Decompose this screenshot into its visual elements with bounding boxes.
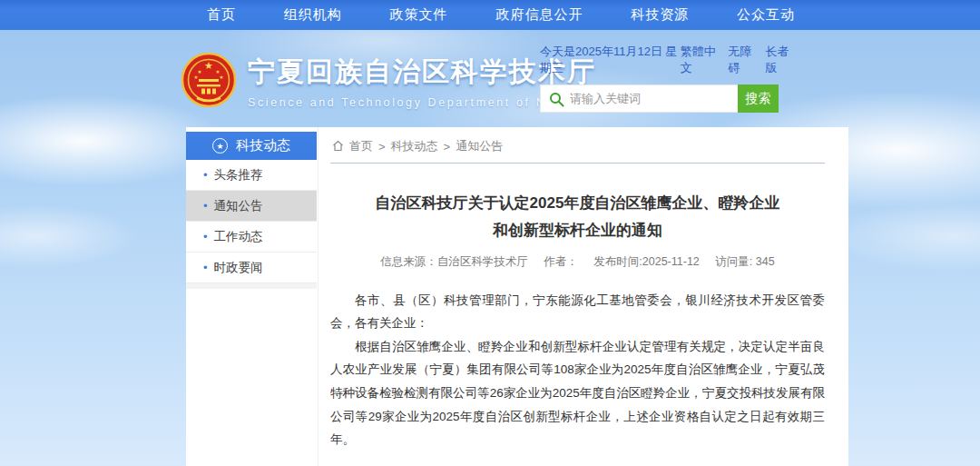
national-emblem-logo: ★ ★ ★ ★ ★ [179,51,239,111]
breadcrumb: 首页 > 科技动态 > 通知公告 [330,135,825,164]
sidebar-header: ★ 科技动态 [186,132,317,160]
article-title: 自治区科技厅关于认定2025年度自治区雏鹰企业、瞪羚企业 和创新型标杆企业的通知 [330,190,825,244]
site-brand: ★ ★ ★ ★ ★ 宁夏回族自治区科学技术厅 Science and Techn… [179,51,596,111]
search-bar: 搜索 [540,84,796,113]
svg-text:★: ★ [204,60,213,71]
sidebar-item-label: 工作动态 [214,229,263,245]
svg-text:★: ★ [194,74,199,80]
sidebar-item-headlines[interactable]: • 头条推荐 [186,160,317,191]
breadcrumb-separator: > [378,140,386,154]
breadcrumb-separator: > [444,140,451,154]
bullet-icon: • [203,261,208,274]
article-title-line2: 和创新型标杆企业的通知 [330,217,825,244]
article-title-line1: 自治区科技厅关于认定2025年度自治区雏鹰企业、瞪羚企业 [330,190,825,217]
nav-item-resources[interactable]: 科技资源 [631,6,689,24]
today-date-text: 今天是2025年11月12日 星期三 [540,44,681,76]
search-button[interactable]: 搜索 [738,84,779,113]
home-icon [332,140,344,152]
breadcrumb-home[interactable]: 首页 [349,138,373,154]
sidebar-item-notices[interactable]: • 通知公告 [186,191,317,222]
nav-item-home[interactable]: 首页 [207,6,236,24]
link-traditional-chinese[interactable]: 繁體中文 [681,44,721,76]
nav-item-policy[interactable]: 政策文件 [390,6,448,24]
sidebar-item-politics-news[interactable]: • 时政要闻 [186,253,317,283]
sidebar-item-label: 通知公告 [214,198,263,214]
article-paragraph: 各市、县（区）科技管理部门，宁东能源化工基地管委会，银川经济技术开发区管委会，各… [330,289,825,335]
nav-item-gov-info[interactable]: 政府信息公开 [495,6,583,24]
article-paragraph: 根据自治区雏鹰企业、瞪羚企业和创新型标杆企业认定管理有关规定，决定认定半亩良人农… [330,335,825,451]
article-meta: 信息来源：自治区科学技术厅 作者： 发布时间:2025-11-12 访问量: 3… [330,254,825,270]
link-accessibility[interactable]: 无障碍 [728,44,758,76]
page: 首页 组织机构 政策文件 政府信息公开 科技资源 公众互动 ★ ★ ★ ★ ★ … [0,0,980,466]
bullet-icon: • [203,230,208,243]
top-nav-items: 首页 组织机构 政策文件 政府信息公开 科技资源 公众互动 [207,0,795,30]
search-icon [549,92,564,107]
meta-visit-count: 访问量: 345 [715,255,774,268]
main-content: 首页 > 科技动态 > 通知公告 自治区科技厅关于认定2025年度自治区雏鹰企业… [318,127,848,466]
sidebar-item-work-trends[interactable]: • 工作动态 [186,222,317,253]
header-right: 今天是2025年11月12日 星期三 繁體中文 无障碍 长者版 搜索 [540,44,796,113]
top-navbar: 首页 组织机构 政策文件 政府信息公开 科技资源 公众互动 [0,0,980,30]
sidebar-title: 科技动态 [236,137,290,154]
star-circle-icon: ★ [212,138,228,154]
search-input[interactable] [570,85,733,112]
bullet-icon: • [203,199,208,213]
nav-item-org[interactable]: 组织机构 [284,6,342,24]
breadcrumb-current[interactable]: 通知公告 [456,138,503,154]
meta-author: 作者： [544,255,578,268]
sidebar-item-label: 头条推荐 [214,167,263,183]
content-card: ★ 科技动态 • 头条推荐 • 通知公告 • 工作动态 • 时政要闻 [186,127,848,466]
meta-publish-date: 发布时间:2025-11-12 [593,255,700,268]
link-elder-version[interactable]: 长者版 [766,44,796,76]
sidebar-menu: • 头条推荐 • 通知公告 • 工作动态 • 时政要闻 [186,160,317,289]
nav-item-interaction[interactable]: 公众互动 [737,6,795,24]
article-body: 各市、县（区）科技管理部门，宁东能源化工基地管委会，银川经济技术开发区管委会，各… [330,289,825,451]
sidebar-item-label: 时政要闻 [214,260,263,276]
svg-text:★: ★ [220,74,224,80]
sidebar: ★ 科技动态 • 头条推荐 • 通知公告 • 工作动态 • 时政要闻 [186,132,317,289]
meta-source: 信息来源：自治区科学技术厅 [380,255,528,268]
breadcrumb-section[interactable]: 科技动态 [391,138,438,154]
bullet-icon: • [203,168,208,182]
